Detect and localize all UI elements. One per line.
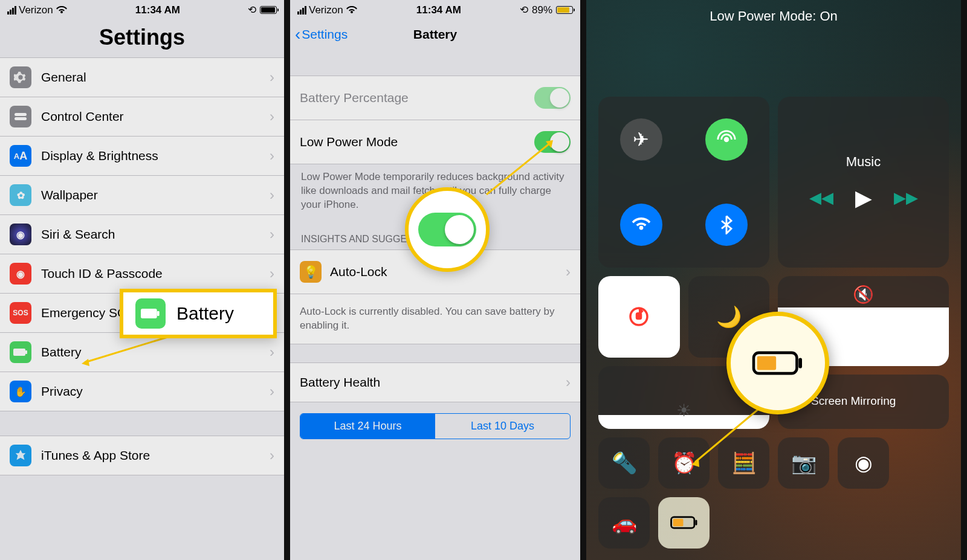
record-icon: ◉ bbox=[855, 451, 873, 475]
battery-panel: Verizon 11:34 AM ⟲ 89% ‹Settings Battery… bbox=[290, 0, 586, 560]
battery-health-row[interactable]: Battery Health› bbox=[290, 363, 580, 402]
svg-rect-1 bbox=[15, 117, 27, 120]
low-power-battery-icon bbox=[670, 516, 698, 529]
back-button[interactable]: ‹Settings bbox=[295, 25, 348, 44]
toggle-switch[interactable] bbox=[534, 87, 571, 109]
airplane-button[interactable]: ✈ bbox=[598, 97, 684, 182]
chevron-right-icon: › bbox=[270, 187, 274, 204]
auto-lock-footer-row: Auto-Lock is currently disabled. You can… bbox=[290, 294, 580, 344]
wifi-icon bbox=[346, 6, 358, 14]
settings-row-wallpaper[interactable]: ✿Wallpaper› bbox=[0, 176, 284, 215]
settings-row-control-center[interactable]: Control Center› bbox=[0, 97, 284, 137]
wifi-button[interactable] bbox=[598, 182, 684, 268]
battery-percentage-row[interactable]: Battery Percentage bbox=[290, 76, 580, 120]
low-power-cc-button[interactable] bbox=[658, 497, 710, 549]
flower-icon: ✿ bbox=[10, 184, 31, 206]
battery-toggles-group: Battery Percentage Low Power Mode bbox=[290, 76, 580, 164]
settings-row-general[interactable]: General› bbox=[0, 58, 284, 97]
battery-callout-icon bbox=[135, 298, 166, 329]
battery-row-icon bbox=[10, 341, 31, 363]
svg-rect-2 bbox=[13, 349, 25, 356]
driving-button[interactable]: 🚗 bbox=[598, 497, 650, 549]
settings-row-siri[interactable]: ◉Siri & Search› bbox=[0, 215, 284, 254]
signal-bars-icon bbox=[297, 6, 306, 14]
svg-rect-17 bbox=[798, 358, 802, 368]
siri-icon: ◉ bbox=[10, 224, 31, 245]
low-power-mode-row[interactable]: Low Power Mode bbox=[290, 120, 580, 164]
music-title: Music bbox=[846, 154, 881, 170]
svg-rect-3 bbox=[25, 350, 27, 354]
svg-rect-12 bbox=[637, 314, 641, 319]
svg-point-10 bbox=[725, 138, 728, 141]
airplane-icon: ✈ bbox=[620, 118, 662, 161]
chevron-right-icon: › bbox=[270, 265, 274, 282]
lightbulb-icon: 💡 bbox=[300, 261, 322, 283]
chevron-right-icon: › bbox=[270, 383, 274, 400]
chevron-right-icon: › bbox=[270, 447, 274, 464]
svg-rect-14 bbox=[695, 520, 697, 525]
timer-button[interactable]: ⏰ bbox=[658, 437, 710, 489]
page-title: Settings bbox=[0, 18, 284, 57]
control-center-panel: Low Power Mode: On ✈ Music ◀◀ ▶ ▶▶ 🌙 ☀ bbox=[586, 0, 961, 560]
screen-record-button[interactable]: ◉ bbox=[838, 437, 889, 489]
flashlight-button[interactable]: 🔦 bbox=[598, 437, 650, 489]
callout-battery-box: Battery bbox=[120, 289, 277, 338]
clock-label: 11:34 AM bbox=[135, 4, 180, 16]
settings-row-itunes[interactable]: iTunes & App Store› bbox=[0, 436, 284, 475]
flashlight-icon: 🔦 bbox=[612, 451, 637, 475]
fingerprint-icon: ◉ bbox=[10, 263, 31, 285]
svg-rect-15 bbox=[673, 519, 683, 526]
wifi-cc-icon bbox=[620, 204, 662, 246]
svg-rect-4 bbox=[141, 309, 157, 318]
brightness-icon: ☀ bbox=[676, 401, 691, 420]
camera-button[interactable]: 📷 bbox=[778, 437, 829, 489]
svg-rect-0 bbox=[15, 113, 27, 116]
nav-bar: ‹Settings Battery bbox=[290, 18, 580, 51]
appstore-icon bbox=[10, 445, 31, 466]
settings-row-display[interactable]: AADisplay & Brightness› bbox=[0, 137, 284, 176]
play-icon[interactable]: ▶ bbox=[855, 185, 872, 211]
settings-row-battery[interactable]: Battery› bbox=[0, 333, 284, 372]
connectivity-tile[interactable]: ✈ bbox=[598, 97, 769, 268]
chevron-right-icon: › bbox=[270, 344, 274, 361]
orientation-lock-button[interactable] bbox=[598, 276, 680, 358]
settings-row-touchid[interactable]: ◉Touch ID & Passcode› bbox=[0, 254, 284, 294]
music-tile[interactable]: Music ◀◀ ▶ ▶▶ bbox=[778, 97, 949, 268]
settings-group: General› Control Center› AADisplay & Bri… bbox=[0, 57, 284, 411]
carrier-label: Verizon bbox=[19, 4, 53, 16]
moon-icon: 🌙 bbox=[716, 304, 742, 329]
camera-icon: 📷 bbox=[791, 451, 817, 475]
callout-toggle-circle bbox=[405, 187, 490, 272]
toggle-switch[interactable] bbox=[534, 131, 571, 153]
status-bar: Verizon 11:34 AM ⟲ 89% bbox=[290, 0, 580, 18]
clock-label: 11:34 AM bbox=[416, 4, 461, 16]
seg-10d[interactable]: Last 10 Days bbox=[435, 414, 570, 439]
seg-24h[interactable]: Last 24 Hours bbox=[300, 414, 435, 439]
cellular-button[interactable] bbox=[684, 97, 770, 182]
svg-rect-18 bbox=[757, 356, 776, 370]
settings-panel: Verizon 11:34 AM ⟲ Settings General› Con… bbox=[0, 0, 290, 560]
chevron-right-icon: › bbox=[566, 263, 571, 280]
car-icon: 🚗 bbox=[612, 510, 637, 535]
bluetooth-icon bbox=[705, 204, 748, 246]
battery-icon bbox=[556, 6, 573, 14]
time-range-segmented[interactable]: Last 24 Hours Last 10 Days bbox=[300, 413, 571, 439]
next-track-icon[interactable]: ▶▶ bbox=[894, 188, 918, 207]
sos-icon: SOS bbox=[10, 302, 31, 324]
prev-track-icon[interactable]: ◀◀ bbox=[809, 188, 833, 207]
calculator-button[interactable]: 🧮 bbox=[718, 437, 769, 489]
cellular-icon bbox=[705, 118, 748, 161]
svg-rect-5 bbox=[157, 311, 160, 316]
hand-icon: ✋ bbox=[10, 381, 31, 402]
bluetooth-button[interactable] bbox=[684, 182, 770, 268]
toggles-icon bbox=[10, 106, 31, 127]
signal-bars-icon bbox=[7, 6, 16, 14]
gear-icon bbox=[10, 66, 31, 88]
chevron-right-icon: › bbox=[270, 69, 274, 86]
status-bar: Verizon 11:34 AM ⟲ bbox=[0, 0, 284, 18]
alarm-icon: ⏰ bbox=[671, 451, 697, 475]
chevron-right-icon: › bbox=[270, 147, 274, 164]
settings-group: iTunes & App Store› bbox=[0, 436, 284, 475]
chevron-right-icon: › bbox=[270, 226, 274, 243]
settings-row-privacy[interactable]: ✋Privacy› bbox=[0, 372, 284, 411]
